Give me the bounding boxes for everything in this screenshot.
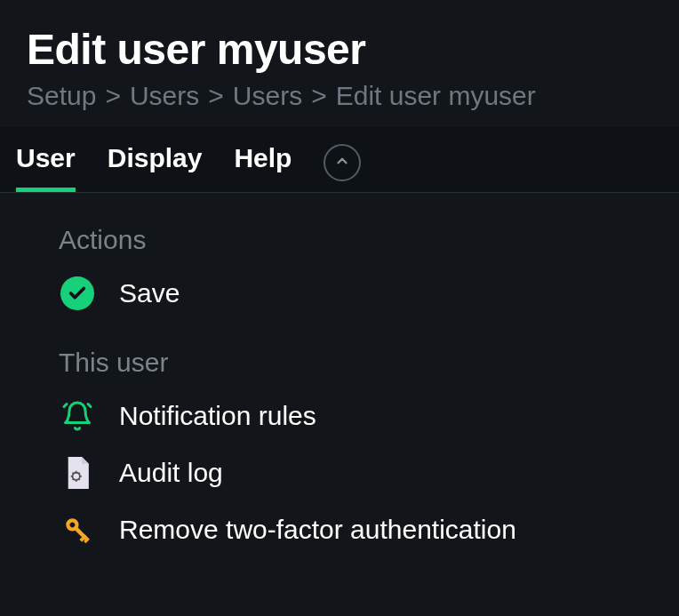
page-header: Edit user myuser Setup > Users > Users >… <box>0 0 679 127</box>
notification-rules-label: Notification rules <box>119 401 316 431</box>
breadcrumb-current: Edit user myuser <box>336 81 536 111</box>
section-title-actions: Actions <box>59 225 635 255</box>
key-icon <box>59 511 96 548</box>
check-circle-icon <box>59 275 96 312</box>
notification-rules-link[interactable]: Notification rules <box>59 397 635 435</box>
section-this-user: This user Notification rules <box>59 348 635 548</box>
tab-user[interactable]: User <box>16 143 76 192</box>
section-title-this-user: This user <box>59 348 635 378</box>
tab-display[interactable]: Display <box>108 143 203 192</box>
svg-line-6 <box>79 479 80 480</box>
remove-2fa-link[interactable]: Remove two-factor authentication <box>59 511 635 548</box>
remove-2fa-label: Remove two-factor authentication <box>119 515 516 545</box>
tab-help[interactable]: Help <box>234 143 292 192</box>
page-title: Edit user myuser <box>27 25 652 74</box>
breadcrumb-item-users-2[interactable]: Users <box>233 81 302 111</box>
save-button[interactable]: Save <box>59 275 635 312</box>
bell-icon <box>59 397 96 435</box>
content-area: Actions Save This user <box>0 193 679 548</box>
document-gear-icon <box>59 454 96 492</box>
breadcrumb-item-users[interactable]: Users <box>130 81 199 111</box>
breadcrumb-separator: > <box>311 81 327 111</box>
breadcrumb-item-setup[interactable]: Setup <box>27 81 96 111</box>
breadcrumb-separator: > <box>105 81 121 111</box>
collapse-toggle[interactable] <box>324 144 361 181</box>
svg-line-7 <box>79 473 80 474</box>
save-label: Save <box>119 278 180 308</box>
audit-log-label: Audit log <box>119 458 223 488</box>
breadcrumb: Setup > Users > Users > Edit user myuser <box>27 81 652 111</box>
svg-line-5 <box>73 473 74 474</box>
chevron-up-icon <box>334 153 350 172</box>
audit-log-link[interactable]: Audit log <box>59 454 635 492</box>
breadcrumb-separator: > <box>208 81 224 111</box>
section-actions: Actions Save <box>59 225 635 312</box>
svg-line-8 <box>73 479 74 480</box>
tabs-bar: User Display Help <box>0 127 679 193</box>
